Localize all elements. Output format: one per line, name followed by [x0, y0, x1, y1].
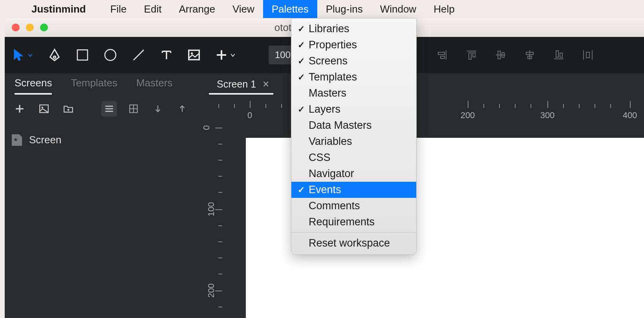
dropdown-item-libraries[interactable]: ✓Libraries: [291, 21, 416, 37]
check-icon: ✓: [298, 40, 309, 50]
dropdown-item-label: Masters: [309, 87, 346, 99]
check-icon: ✓: [298, 72, 309, 82]
ellipse-tool-icon[interactable]: [104, 48, 117, 62]
menu-file[interactable]: File: [102, 0, 135, 18]
add-tool-icon[interactable]: [215, 49, 236, 61]
menu-palettes[interactable]: Palettes: [263, 0, 317, 18]
dropdown-item-label: Navigator: [309, 168, 354, 180]
tab-templates[interactable]: Templates: [71, 77, 117, 95]
dropdown-item-label: Libraries: [309, 23, 349, 35]
check-icon: ✓: [298, 185, 309, 195]
dropdown-reset-workspace[interactable]: Reset workspace: [291, 235, 416, 251]
mac-menubar: Justinmind File Edit Arrange View Palett…: [0, 0, 644, 18]
window-close-button[interactable]: [12, 24, 20, 31]
dropdown-item-label: Events: [309, 184, 341, 196]
align-middle-icon[interactable]: [495, 49, 507, 61]
side-panel-list: Screen: [5, 123, 197, 318]
text-tool-icon[interactable]: [160, 49, 173, 61]
dropdown-item-screens[interactable]: ✓Screens: [291, 53, 416, 69]
dropdown-separator: [291, 232, 416, 233]
menu-help[interactable]: Help: [425, 0, 463, 18]
ruler-v-label: 200: [206, 283, 216, 298]
svg-point-1: [105, 49, 116, 60]
align-v-center-icon[interactable]: [524, 49, 536, 61]
menu-plugins[interactable]: Plug-ins: [317, 0, 371, 18]
sort-up-button[interactable]: [174, 101, 190, 117]
align-bottom-icon[interactable]: [553, 49, 565, 61]
ruler-h-label: 0: [247, 110, 252, 121]
ruler-v-label: 100: [206, 202, 216, 217]
image-tool-icon[interactable]: [188, 49, 200, 61]
tab-screens[interactable]: Screens: [15, 77, 52, 95]
palettes-dropdown: ✓Libraries✓Properties✓Screens✓TemplatesM…: [291, 18, 417, 255]
dropdown-item-properties[interactable]: ✓Properties: [291, 37, 416, 53]
align-tools: [437, 49, 594, 61]
ruler-vertical: 0100200: [197, 116, 233, 318]
canvas-tab-label: Screen 1: [217, 79, 256, 90]
check-icon: ✓: [298, 24, 309, 34]
dropdown-item-label: Properties: [309, 39, 357, 51]
menubar-app-name[interactable]: Justinmind: [31, 3, 86, 15]
dropdown-item-css[interactable]: CSS: [291, 150, 416, 166]
align-right-icon[interactable]: [437, 49, 448, 61]
check-icon: ✓: [298, 104, 309, 115]
add-image-button[interactable]: [36, 101, 52, 117]
ruler-v-label: 0: [201, 125, 212, 130]
dropdown-item-label: Requirements: [309, 216, 375, 228]
window-maximize-button[interactable]: [40, 24, 48, 31]
dropdown-item-events[interactable]: ✓Events: [291, 182, 416, 198]
svg-line-2: [134, 50, 144, 60]
screen-icon: [12, 134, 22, 146]
dropdown-item-label: Templates: [309, 71, 357, 83]
svg-point-4: [191, 52, 193, 54]
dropdown-item-masters[interactable]: Masters: [291, 85, 416, 101]
side-tabs: Screens Templates Masters: [5, 77, 172, 95]
canvas-tabs: Screen 1 ✕: [209, 79, 273, 95]
traffic-lights: [12, 24, 48, 31]
dropdown-item-label: Variables: [309, 135, 352, 148]
menu-window[interactable]: Window: [371, 0, 425, 18]
check-icon: ✓: [298, 56, 309, 66]
add-folder-button[interactable]: [60, 101, 76, 117]
add-screen-button[interactable]: [12, 101, 27, 117]
distribute-h-icon[interactable]: [582, 49, 594, 61]
close-tab-icon[interactable]: ✕: [262, 79, 269, 90]
dropdown-item-label: Data Masters: [309, 119, 372, 132]
dropdown-item-label: Comments: [309, 200, 360, 212]
sort-down-button[interactable]: [150, 101, 166, 117]
dropdown-footer-label: Reset workspace: [309, 237, 390, 249]
list-view-button[interactable]: [101, 101, 117, 117]
menu-edit[interactable]: Edit: [135, 0, 170, 18]
pointer-tool-icon[interactable]: [13, 48, 33, 62]
dropdown-item-layers[interactable]: ✓Layers: [291, 101, 416, 117]
tab-masters[interactable]: Masters: [136, 77, 172, 95]
dropdown-item-label: Screens: [309, 55, 348, 67]
dropdown-item-variables[interactable]: Variables: [291, 133, 416, 150]
window-minimize-button[interactable]: [26, 24, 34, 31]
ruler-h-label: 300: [540, 110, 555, 121]
line-tool-icon[interactable]: [132, 48, 145, 62]
side-panel-actions: [5, 95, 197, 123]
canvas-area: 0200300400 0100200: [197, 95, 644, 318]
side-item-label: Screen: [29, 134, 61, 146]
list-item[interactable]: Screen: [5, 130, 197, 150]
dropdown-item-navigator[interactable]: Navigator: [291, 166, 416, 182]
ruler-h-label: 400: [623, 110, 637, 121]
dropdown-item-comments[interactable]: Comments: [291, 198, 416, 214]
align-top-icon[interactable]: [466, 49, 478, 61]
rectangle-tool-icon[interactable]: [76, 49, 89, 61]
dropdown-item-label: Layers: [309, 103, 340, 115]
svg-rect-0: [77, 50, 88, 60]
menu-view[interactable]: View: [224, 0, 263, 18]
dropdown-item-label: CSS: [309, 152, 331, 164]
dropdown-item-templates[interactable]: ✓Templates: [291, 69, 416, 85]
menu-arrange[interactable]: Arrange: [170, 0, 224, 18]
dropdown-item-requirements[interactable]: Requirements: [291, 214, 416, 230]
svg-point-6: [42, 107, 43, 108]
ruler-h-label: 200: [461, 110, 475, 121]
canvas-tab-screen1[interactable]: Screen 1 ✕: [209, 79, 273, 95]
pen-tool-icon[interactable]: [48, 48, 61, 62]
grid-view-button[interactable]: [126, 101, 141, 117]
dropdown-item-data-masters[interactable]: Data Masters: [291, 117, 416, 133]
